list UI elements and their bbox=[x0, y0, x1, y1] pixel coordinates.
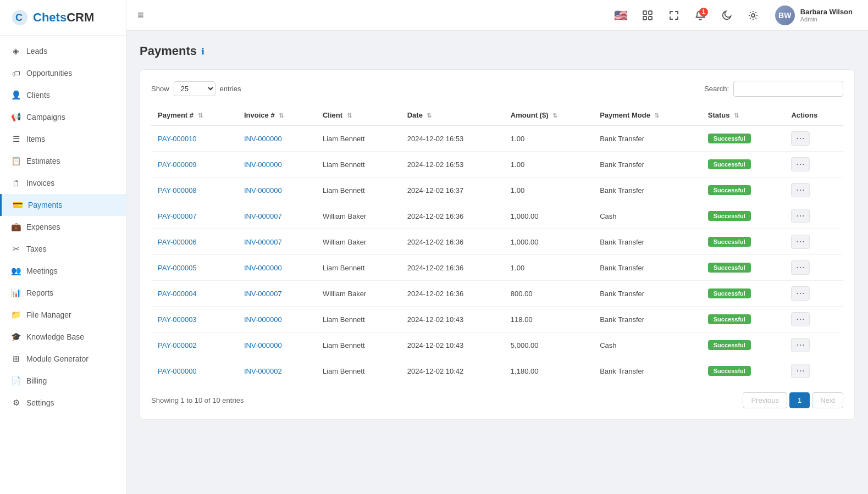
payment-link[interactable]: PAY-000009 bbox=[158, 160, 197, 169]
table-row: PAY-000009 INV-000000 Liam Bennett 2024-… bbox=[151, 152, 843, 177]
invoice-link[interactable]: INV-000007 bbox=[244, 290, 282, 298]
page-1-button[interactable]: 1 bbox=[789, 392, 810, 408]
table-controls: Show 10 25 50 100 entries Search: bbox=[151, 81, 843, 97]
invoices-icon: 🗒 bbox=[11, 178, 21, 188]
sidebar-item-campaigns[interactable]: 📢 Campaigns bbox=[0, 106, 126, 128]
cell-invoice-num: INV-000000 bbox=[237, 177, 316, 203]
menu-toggle[interactable]: ≡ bbox=[137, 9, 144, 21]
col-client[interactable]: Client ⇅ bbox=[316, 106, 401, 125]
svg-rect-4 bbox=[643, 16, 646, 20]
payments-icon: 💳 bbox=[13, 200, 23, 210]
payment-link[interactable]: PAY-000005 bbox=[158, 264, 197, 272]
invoice-link[interactable]: INV-000000 bbox=[244, 341, 282, 349]
svg-rect-5 bbox=[649, 16, 652, 20]
sidebar-item-settings[interactable]: ⚙ Settings bbox=[0, 392, 126, 414]
row-actions-button[interactable]: ⋯ bbox=[791, 338, 810, 352]
opportunities-icon: 🏷 bbox=[11, 68, 21, 78]
settings-icon[interactable] bbox=[744, 7, 762, 24]
status-badge: Successful bbox=[708, 288, 751, 298]
sidebar-item-invoices[interactable]: 🗒 Invoices bbox=[0, 172, 126, 194]
invoice-link[interactable]: INV-000000 bbox=[244, 160, 282, 169]
search-input[interactable] bbox=[733, 81, 843, 97]
sidebar-item-estimates[interactable]: 📋 Estimates bbox=[0, 150, 126, 172]
row-actions-button[interactable]: ⋯ bbox=[791, 235, 810, 249]
cell-amount: 1.00 bbox=[504, 125, 593, 152]
cell-date: 2024-12-02 16:36 bbox=[401, 203, 504, 229]
invoice-link[interactable]: INV-000000 bbox=[244, 186, 282, 195]
row-actions-button[interactable]: ⋯ bbox=[791, 364, 810, 378]
fullscreen-icon[interactable] bbox=[665, 7, 683, 24]
cell-invoice-num: INV-000007 bbox=[237, 203, 316, 229]
svg-point-6 bbox=[751, 14, 755, 17]
sidebar-item-label-module-generator: Module Generator bbox=[26, 354, 89, 363]
cell-date: 2024-12-02 10:43 bbox=[401, 332, 504, 358]
payment-link[interactable]: PAY-000010 bbox=[158, 135, 197, 143]
col-date[interactable]: Date ⇅ bbox=[401, 106, 504, 125]
col-payment-mode[interactable]: Payment Mode ⇅ bbox=[593, 106, 701, 125]
col-invoice-num[interactable]: Invoice # ⇅ bbox=[237, 106, 316, 125]
apps-icon[interactable] bbox=[639, 7, 656, 24]
col-status[interactable]: Status ⇅ bbox=[701, 106, 785, 125]
invoice-link[interactable]: INV-000000 bbox=[244, 264, 282, 272]
cell-date: 2024-12-02 10:43 bbox=[401, 307, 504, 332]
payment-link[interactable]: PAY-000002 bbox=[158, 341, 197, 349]
row-actions-button[interactable]: ⋯ bbox=[791, 131, 810, 146]
sidebar-item-billing[interactable]: 📄 Billing bbox=[0, 370, 126, 392]
logo[interactable]: C ChetsCRM bbox=[0, 0, 126, 36]
invoice-link[interactable]: INV-000000 bbox=[244, 135, 282, 143]
dark-mode-icon[interactable] bbox=[718, 7, 736, 24]
invoice-link[interactable]: INV-000007 bbox=[244, 238, 282, 246]
cell-status: Successful bbox=[701, 125, 785, 152]
payment-link[interactable]: PAY-000008 bbox=[158, 186, 197, 195]
cell-status: Successful bbox=[701, 307, 785, 332]
page-header: Payments ℹ bbox=[140, 44, 855, 58]
sidebar-item-opportunities[interactable]: 🏷 Opportunities bbox=[0, 62, 126, 84]
row-actions-button[interactable]: ⋯ bbox=[791, 183, 810, 197]
cell-invoice-num: INV-000007 bbox=[237, 229, 316, 255]
row-actions-button[interactable]: ⋯ bbox=[791, 209, 810, 223]
cell-amount: 1,000.00 bbox=[504, 229, 593, 255]
row-actions-button[interactable]: ⋯ bbox=[791, 312, 810, 326]
next-button[interactable]: Next bbox=[812, 392, 843, 408]
sidebar-item-file-manager[interactable]: 📁 File Manager bbox=[0, 304, 126, 326]
table-body: PAY-000010 INV-000000 Liam Bennett 2024-… bbox=[151, 125, 843, 384]
sidebar-item-items[interactable]: ☰ Items bbox=[0, 128, 126, 150]
sidebar-item-label-estimates: Estimates bbox=[26, 157, 60, 165]
cell-actions: ⋯ bbox=[784, 281, 843, 307]
sidebar-item-leads[interactable]: ◈ Leads bbox=[0, 40, 126, 62]
payment-link[interactable]: PAY-000004 bbox=[158, 290, 197, 298]
sidebar-item-meetings[interactable]: 👥 Meetings bbox=[0, 260, 126, 282]
col-amount[interactable]: Amount ($) ⇅ bbox=[504, 106, 593, 125]
user-name: Barbara Wilson bbox=[800, 8, 853, 16]
entries-select[interactable]: 10 25 50 100 bbox=[174, 81, 215, 96]
cell-payment-mode: Bank Transfer bbox=[593, 307, 701, 332]
payment-link[interactable]: PAY-000006 bbox=[158, 238, 197, 246]
sidebar-item-module-generator[interactable]: ⊞ Module Generator bbox=[0, 348, 126, 370]
sidebar-item-label-payments: Payments bbox=[28, 201, 62, 209]
payment-link[interactable]: PAY-000003 bbox=[158, 315, 197, 324]
previous-button[interactable]: Previous bbox=[743, 392, 787, 408]
row-actions-button[interactable]: ⋯ bbox=[791, 286, 810, 301]
user-profile[interactable]: BW Barbara Wilson Admin bbox=[771, 3, 857, 27]
row-actions-button[interactable]: ⋯ bbox=[791, 260, 810, 275]
sidebar-item-taxes[interactable]: ✂ Taxes bbox=[0, 238, 126, 260]
cell-invoice-num: INV-000007 bbox=[237, 281, 316, 307]
invoice-link[interactable]: INV-000000 bbox=[244, 315, 282, 324]
sidebar-item-payments[interactable]: 💳 Payments bbox=[0, 194, 126, 216]
sidebar-item-expenses[interactable]: 💼 Expenses bbox=[0, 216, 126, 238]
sidebar-item-reports[interactable]: 📊 Reports bbox=[0, 282, 126, 304]
payment-link[interactable]: PAY-000007 bbox=[158, 212, 197, 220]
sidebar-item-knowledge-base[interactable]: 🎓 Knowledge Base bbox=[0, 326, 126, 348]
col-payment-num[interactable]: Payment # ⇅ bbox=[151, 106, 237, 125]
notifications-icon[interactable]: 1 bbox=[692, 7, 709, 24]
payment-link[interactable]: PAY-000000 bbox=[158, 367, 197, 375]
logo-text: ChetsCRM bbox=[33, 10, 94, 25]
cell-client: Liam Bennett bbox=[316, 255, 401, 281]
sidebar-item-clients[interactable]: 👤 Clients bbox=[0, 84, 126, 106]
table-header: Payment # ⇅ Invoice # ⇅ Client ⇅ Date ⇅ … bbox=[151, 106, 843, 125]
row-actions-button[interactable]: ⋯ bbox=[791, 157, 810, 171]
invoice-link[interactable]: INV-000002 bbox=[244, 367, 282, 375]
language-flag[interactable]: 🇺🇸 bbox=[612, 7, 630, 24]
invoice-link[interactable]: INV-000007 bbox=[244, 212, 282, 220]
page-info-icon[interactable]: ℹ bbox=[201, 46, 204, 57]
